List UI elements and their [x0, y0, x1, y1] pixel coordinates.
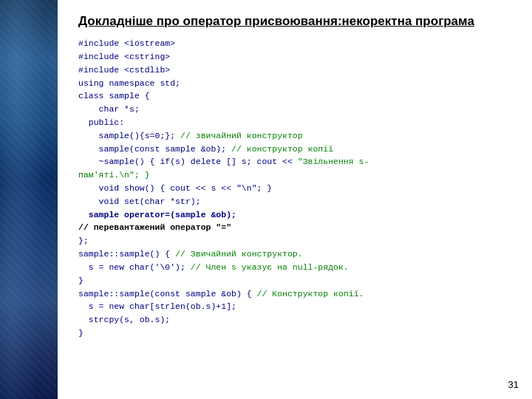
code-line-18: s = new char('\0'); // Член s указує на … [78, 261, 514, 274]
code-line-1: #include <iostream> [78, 37, 514, 50]
code-line-20: sample::sample(const sample &ob) { // Ко… [78, 287, 514, 301]
code-line-15: // перевантажений оператор "=" [78, 221, 514, 234]
left-decoration [0, 0, 58, 399]
slide-title: Докладніше про оператор присвоювання:нек… [78, 13, 514, 30]
code-line-13: void set(char *str); [78, 195, 514, 208]
code-line-3: #include <cstdlib> [78, 64, 514, 77]
page-number: 31 [508, 379, 519, 390]
code-line-4: using namespace std; [78, 77, 514, 90]
code-line-14: sample operator=(sample &ob); [78, 208, 514, 222]
code-line-8: sample(){s=0;}; // звичайний конструктор [78, 129, 514, 143]
code-line-22: strcpy(s, ob.s); [78, 313, 514, 327]
left-decoration-inner [0, 0, 58, 399]
code-line-7: public: [78, 116, 514, 129]
code-block: #include <iostream> #include <cstring> #… [78, 37, 514, 340]
code-line-12: void show() { cout << s << "\n"; } [78, 182, 514, 195]
code-line-23: } [78, 327, 514, 340]
code-line-5: class sample { [78, 89, 514, 103]
code-line-19: } [78, 274, 514, 287]
code-line-6: char *s; [78, 103, 514, 116]
code-line-9: sample(const sample &ob); // конструктор… [78, 143, 514, 156]
code-line-2: #include <cstring> [78, 50, 514, 64]
code-line-10: ~sample() { if(s) delete [] s; cout << "… [78, 155, 514, 168]
code-line-17: sample::sample() { // Звичайний конструк… [78, 248, 514, 261]
content-area: Докладніше про оператор присвоювання:нек… [78, 13, 514, 340]
code-line-11: пам'яті.\n"; } [78, 168, 514, 182]
slide-container: Докладніше про оператор присвоювання:нек… [0, 0, 532, 399]
code-line-21: s = new char[strlen(ob.s)+1]; [78, 300, 514, 313]
code-line-16: }; [78, 234, 514, 248]
